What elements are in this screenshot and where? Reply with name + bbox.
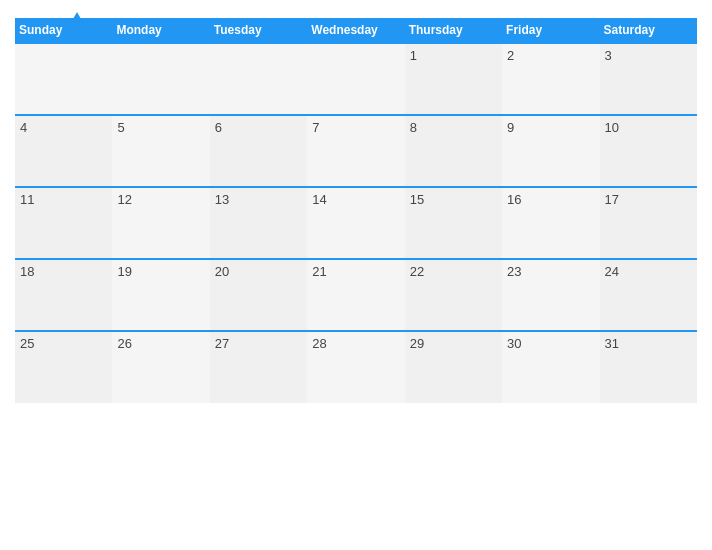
calendar-week-0: 123 (15, 43, 697, 115)
calendar-day-cell: 3 (600, 43, 697, 115)
day-number: 27 (215, 336, 229, 351)
day-number: 25 (20, 336, 34, 351)
calendar-day-cell: 2 (502, 43, 599, 115)
calendar-day-cell: 9 (502, 115, 599, 187)
day-number: 14 (312, 192, 326, 207)
calendar-day-cell: 15 (405, 187, 502, 259)
day-number: 7 (312, 120, 319, 135)
day-number: 18 (20, 264, 34, 279)
day-number: 26 (117, 336, 131, 351)
day-number: 16 (507, 192, 521, 207)
day-number: 31 (605, 336, 619, 351)
calendar-day-cell: 4 (15, 115, 112, 187)
calendar-day-cell (307, 43, 404, 115)
calendar-week-3: 18192021222324 (15, 259, 697, 331)
calendar-day-cell: 12 (112, 187, 209, 259)
weekday-row: SundayMondayTuesdayWednesdayThursdayFrid… (15, 18, 697, 43)
calendar-day-cell: 23 (502, 259, 599, 331)
day-number: 11 (20, 192, 34, 207)
day-number: 19 (117, 264, 131, 279)
calendar-day-cell: 8 (405, 115, 502, 187)
day-number: 28 (312, 336, 326, 351)
day-number: 9 (507, 120, 514, 135)
calendar-day-cell: 11 (15, 187, 112, 259)
calendar-week-1: 45678910 (15, 115, 697, 187)
calendar-day-cell: 30 (502, 331, 599, 403)
calendar-day-cell: 24 (600, 259, 697, 331)
weekday-header-tuesday: Tuesday (210, 18, 307, 43)
calendar-day-cell (15, 43, 112, 115)
day-number: 3 (605, 48, 612, 63)
calendar-day-cell: 14 (307, 187, 404, 259)
calendar-day-cell: 6 (210, 115, 307, 187)
calendar-day-cell (112, 43, 209, 115)
weekday-header-saturday: Saturday (600, 18, 697, 43)
calendar-day-cell: 31 (600, 331, 697, 403)
calendar-day-cell: 10 (600, 115, 697, 187)
calendar-day-cell: 19 (112, 259, 209, 331)
calendar-day-cell: 17 (600, 187, 697, 259)
day-number: 4 (20, 120, 27, 135)
weekday-header-thursday: Thursday (405, 18, 502, 43)
day-number: 1 (410, 48, 417, 63)
day-number: 10 (605, 120, 619, 135)
day-number: 24 (605, 264, 619, 279)
day-number: 2 (507, 48, 514, 63)
calendar-day-cell: 7 (307, 115, 404, 187)
calendar-container: SundayMondayTuesdayWednesdayThursdayFrid… (0, 0, 712, 550)
calendar-day-cell: 25 (15, 331, 112, 403)
day-number: 13 (215, 192, 229, 207)
calendar-day-cell: 20 (210, 259, 307, 331)
weekday-header-monday: Monday (112, 18, 209, 43)
day-number: 22 (410, 264, 424, 279)
calendar-day-cell: 28 (307, 331, 404, 403)
calendar-day-cell: 22 (405, 259, 502, 331)
calendar-header-row: SundayMondayTuesdayWednesdayThursdayFrid… (15, 18, 697, 43)
calendar-day-cell: 26 (112, 331, 209, 403)
calendar-day-cell: 27 (210, 331, 307, 403)
day-number: 23 (507, 264, 521, 279)
day-number: 5 (117, 120, 124, 135)
day-number: 17 (605, 192, 619, 207)
day-number: 30 (507, 336, 521, 351)
weekday-header-sunday: Sunday (15, 18, 112, 43)
calendar-week-2: 11121314151617 (15, 187, 697, 259)
day-number: 20 (215, 264, 229, 279)
day-number: 8 (410, 120, 417, 135)
calendar-day-cell: 16 (502, 187, 599, 259)
day-number: 12 (117, 192, 131, 207)
calendar-day-cell: 29 (405, 331, 502, 403)
calendar-day-cell: 5 (112, 115, 209, 187)
calendar-grid: SundayMondayTuesdayWednesdayThursdayFrid… (15, 18, 697, 403)
calendar-day-cell: 1 (405, 43, 502, 115)
calendar-day-cell: 21 (307, 259, 404, 331)
logo-triangle-icon (69, 12, 85, 26)
calendar-day-cell (210, 43, 307, 115)
calendar-body: 1234567891011121314151617181920212223242… (15, 43, 697, 403)
day-number: 29 (410, 336, 424, 351)
calendar-day-cell: 13 (210, 187, 307, 259)
calendar-day-cell: 18 (15, 259, 112, 331)
weekday-header-wednesday: Wednesday (307, 18, 404, 43)
calendar-week-4: 25262728293031 (15, 331, 697, 403)
day-number: 21 (312, 264, 326, 279)
day-number: 15 (410, 192, 424, 207)
day-number: 6 (215, 120, 222, 135)
weekday-header-friday: Friday (502, 18, 599, 43)
